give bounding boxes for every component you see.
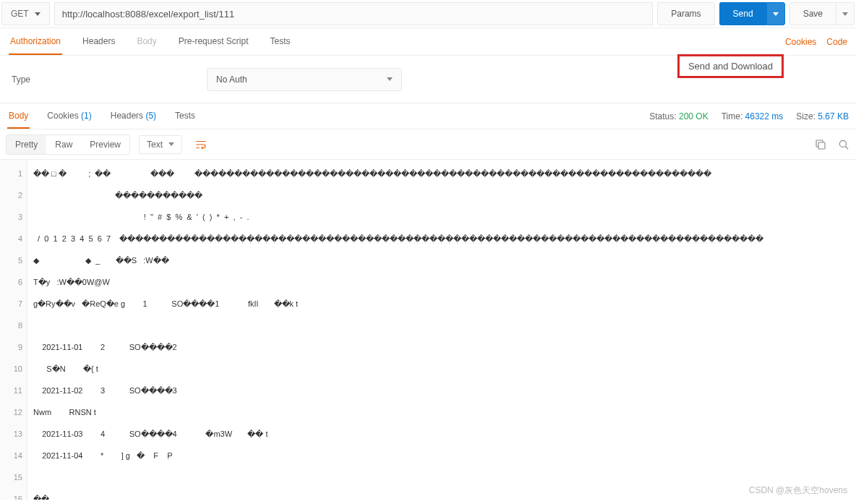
line-number: 14 xyxy=(4,445,22,466)
code-line: 2021-11-03 4 SO����4 �m3W �� t xyxy=(33,423,850,445)
tab-tests[interactable]: Tests xyxy=(268,29,291,55)
code-line: / 0 1 2 3 4 5 6 7 ����������������������… xyxy=(33,228,850,249)
params-button[interactable]: Params xyxy=(657,2,714,25)
code-line: g�Ry��v �ReQ�e g 1 SO����1 fkIl ��k t xyxy=(33,293,850,315)
line-number: 12 xyxy=(4,401,22,423)
line-number: 2 xyxy=(4,184,22,206)
chevron-down-icon xyxy=(35,12,40,16)
line-number: 1 xyxy=(4,163,22,184)
line-number: 3 xyxy=(4,206,22,228)
line-number: 15 xyxy=(4,466,22,488)
resp-tab-body[interactable]: Body xyxy=(7,104,30,129)
svg-rect-0 xyxy=(818,142,825,149)
code-link[interactable]: Code xyxy=(826,37,847,47)
code-line: �� □ � ; �� ��� ������������������������… xyxy=(33,163,850,184)
resp-tab-tests[interactable]: Tests xyxy=(174,104,197,129)
line-number: 8 xyxy=(4,315,22,336)
method-select[interactable]: GET xyxy=(1,2,50,25)
line-number: 4 xyxy=(4,228,22,249)
copy-icon[interactable] xyxy=(814,138,827,151)
chevron-down-icon xyxy=(168,142,174,146)
status-label: Status: 200 OK xyxy=(649,111,708,121)
send-dropdown-toggle[interactable] xyxy=(766,2,785,25)
auth-type-value: No Auth xyxy=(216,74,247,85)
chevron-down-icon xyxy=(387,77,393,81)
line-number: 10 xyxy=(4,358,22,380)
code-line: S�N �{ t xyxy=(33,358,850,380)
tab-authorization[interactable]: Authorization xyxy=(9,29,62,55)
line-number: 6 xyxy=(4,271,22,293)
code-line: ◆ ◆ _ ��S :W�� xyxy=(33,249,850,271)
send-download-option[interactable]: Send and Download xyxy=(677,54,784,78)
line-number: 13 xyxy=(4,423,22,445)
line-number: 5 xyxy=(4,249,22,271)
line-gutter: 1234567891011121314151617 xyxy=(0,160,27,500)
code-line: Nwm RNSN t xyxy=(33,401,850,423)
tab-headers[interactable]: Headers xyxy=(81,29,116,55)
send-button[interactable]: Send xyxy=(719,2,766,25)
response-body[interactable]: 1234567891011121314151617 �� □ � ; �� ��… xyxy=(0,160,856,500)
resp-tab-cookies[interactable]: Cookies (1) xyxy=(46,104,93,129)
code-line xyxy=(33,315,850,336)
line-number: 9 xyxy=(4,336,22,358)
code-line: 2021-11-01 2 SO����2 xyxy=(33,336,850,358)
code-line: T�y :W��0W@W xyxy=(33,271,850,293)
format-select[interactable]: Text xyxy=(139,135,182,154)
view-raw[interactable]: Raw xyxy=(46,135,81,154)
line-number: 16 xyxy=(4,488,22,500)
auth-type-label: Type xyxy=(12,74,207,85)
code-line xyxy=(33,466,850,488)
chevron-down-icon xyxy=(842,12,848,16)
code-line: �� xyxy=(33,488,850,500)
auth-type-select[interactable]: No Auth xyxy=(207,68,402,91)
code-line: ! " # $ % & ' ( ) * + , - . xyxy=(33,206,850,228)
search-icon[interactable] xyxy=(837,138,850,151)
svg-point-1 xyxy=(839,140,846,147)
view-preview[interactable]: Preview xyxy=(81,135,129,154)
chevron-down-icon xyxy=(773,12,779,16)
watermark: CSDN @灰色天空hovens xyxy=(749,484,847,497)
line-number: 11 xyxy=(4,380,22,401)
save-dropdown-toggle[interactable] xyxy=(836,2,855,25)
time-label: Time: 46322 ms xyxy=(722,111,784,121)
line-number: 7 xyxy=(4,293,22,315)
resp-tab-headers[interactable]: Headers (5) xyxy=(109,104,158,129)
view-pretty[interactable]: Pretty xyxy=(7,135,46,154)
tab-body[interactable]: Body xyxy=(135,29,158,55)
code-line: 2021-11-04 * ] g � F P xyxy=(33,445,850,466)
code-line: 2021-11-02 3 SO����3 xyxy=(33,380,850,401)
save-button[interactable]: Save xyxy=(789,2,836,25)
wrap-toggle-icon[interactable] xyxy=(191,134,211,155)
cookies-link[interactable]: Cookies xyxy=(785,37,816,47)
method-label: GET xyxy=(11,9,29,19)
response-text: �� □ � ; �� ��� ������������������������… xyxy=(27,160,856,500)
url-input[interactable] xyxy=(54,2,654,25)
tab-prerequest[interactable]: Pre-request Script xyxy=(177,29,250,55)
size-label: Size: 5.67 KB xyxy=(796,111,849,121)
code-line: ����������� ����������������������������… xyxy=(33,184,850,206)
